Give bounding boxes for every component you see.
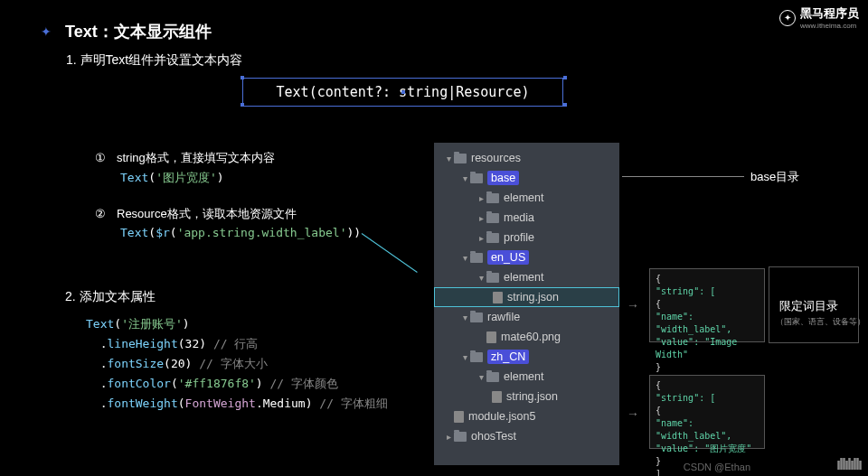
logo-text: 黑马程序员 <box>800 5 859 22</box>
item-1-desc: string格式，直接填写文本内容 <box>117 151 275 164</box>
code-block-2: Text('注册账号') .lineHeight(32) // 行高 .font… <box>86 314 388 414</box>
bilibili-watermark: ıllılıllı <box>836 455 861 474</box>
tree-en-us[interactable]: en_US <box>434 247 619 267</box>
bullet-icon: ✦ <box>41 24 52 39</box>
item-2-desc: Resource格式，读取本地资源文件 <box>117 207 297 220</box>
csdn-watermark: CSDN @Ethan <box>684 462 750 472</box>
section-2-heading: 2. 添加文本属性 <box>65 289 156 305</box>
logo-url: www.itheima.com <box>800 22 859 30</box>
sig-fn: Text <box>277 84 309 100</box>
tree-media[interactable]: media <box>434 208 619 228</box>
tree-string-json-2[interactable]: string.json <box>434 387 619 406</box>
signature-box: Text(content?: string|Resource) <box>242 78 563 107</box>
tree-mate60[interactable]: mate60.png <box>434 327 619 347</box>
tree-element-2[interactable]: element <box>434 267 619 287</box>
connector-base <box>622 176 744 177</box>
item-2-code: Text($r('app.string.width_label')) <box>120 226 361 239</box>
json-preview-zh: { "string": [ { "name": "width_label", "… <box>649 375 765 449</box>
label-qualifier-sub: （国家、语言、设备等） <box>776 316 865 328</box>
page-title: Text：文本显示组件 <box>65 21 212 42</box>
connector-line <box>362 233 418 273</box>
tree-element-1[interactable]: element <box>434 188 619 208</box>
tree-ohos[interactable]: ohosTest <box>434 426 619 446</box>
item-1-code: Text('图片宽度') <box>120 170 275 186</box>
tree-string-json-1[interactable]: string.json <box>434 287 619 307</box>
item-1: ①string格式，直接填写文本内容 Text('图片宽度') <box>95 150 275 186</box>
tree-profile[interactable]: profile <box>434 228 619 247</box>
tree-element-3[interactable]: element <box>434 367 619 387</box>
logo-icon: ✦ <box>779 10 796 26</box>
brand-logo: ✦ 黑马程序员 www.itheima.com <box>779 5 859 30</box>
tree-resources[interactable]: resources <box>434 148 619 168</box>
item-2-num: ② <box>95 207 109 220</box>
item-1-num: ① <box>95 151 109 164</box>
sig-params: (content?: string|Resource) <box>309 84 530 100</box>
item-2: ②Resource格式，读取本地资源文件 Text($r('app.string… <box>95 206 361 239</box>
tree-zh-cn[interactable]: zh_CN <box>434 347 619 367</box>
json-preview-en: { "string": [ { "name": "width_label", "… <box>649 268 765 342</box>
tree-base[interactable]: base <box>434 168 619 188</box>
label-base-dir: base目录 <box>750 169 799 185</box>
section-1-heading: 1. 声明Text组件并设置文本内容 <box>66 52 242 69</box>
arrow-icon-1: → <box>627 298 639 313</box>
tree-rawfile[interactable]: rawfile <box>434 307 619 327</box>
label-qualifier: 限定词目录 <box>779 298 838 314</box>
tree-module[interactable]: module.json5 <box>434 406 619 426</box>
file-tree: resources base element media profile en_… <box>434 143 619 465</box>
arrow-icon-2: → <box>627 406 639 421</box>
